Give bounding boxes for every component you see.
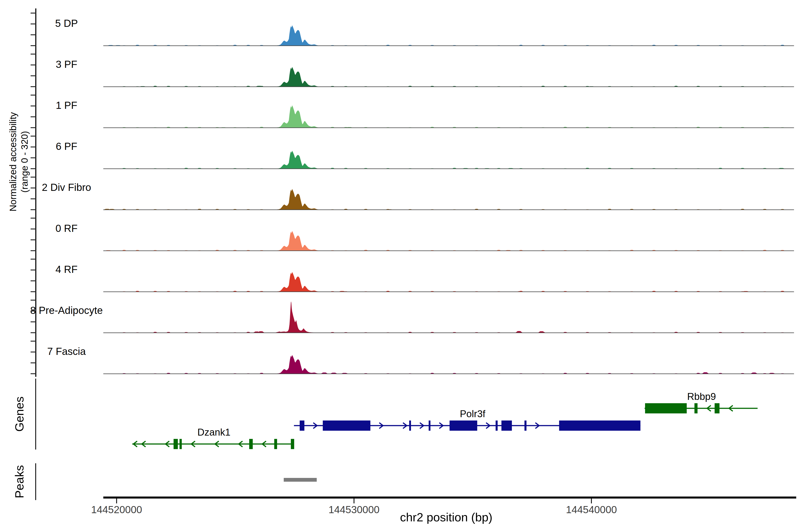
exon bbox=[559, 420, 640, 431]
y-axis-tick bbox=[31, 352, 36, 353]
y-axis-tick bbox=[31, 259, 36, 260]
track-baseline bbox=[103, 45, 794, 46]
y-axis-tick bbox=[31, 136, 36, 136]
track-label: 4 RF bbox=[55, 264, 78, 275]
x-axis-tick bbox=[591, 498, 592, 504]
track-baseline bbox=[103, 374, 794, 374]
gene-model-rbbp9: Rbbp9 bbox=[645, 391, 758, 413]
gene-model-polr3f: Polr3f bbox=[294, 408, 640, 431]
y-axis-tick bbox=[31, 23, 36, 24]
accessibility-tracks: 5 DP3 PF1 PF6 PF2 Div Fibro0 RF4 RF8 Pre… bbox=[30, 18, 794, 374]
gene-label: Polr3f bbox=[460, 408, 486, 419]
track-label: 5 DP bbox=[55, 18, 78, 29]
gene-body-line bbox=[132, 443, 293, 445]
exon bbox=[409, 420, 411, 431]
peaks-panel-label: Peaks bbox=[13, 465, 26, 498]
track-baseline bbox=[103, 250, 794, 251]
exon bbox=[645, 403, 687, 413]
y-axis-tick bbox=[31, 106, 36, 107]
gene-label: Dzank1 bbox=[197, 427, 230, 438]
genes-panel-bracket bbox=[35, 379, 36, 450]
exon bbox=[300, 420, 304, 431]
y-axis-tick bbox=[31, 168, 36, 169]
exon bbox=[174, 439, 178, 449]
y-axis-tick bbox=[31, 177, 36, 177]
y-axis-tick bbox=[31, 362, 36, 363]
peak-bar bbox=[284, 478, 317, 482]
noise-bump bbox=[515, 331, 522, 333]
y-axis-tick bbox=[31, 198, 36, 199]
exon bbox=[496, 420, 498, 431]
track-label: 7 Fascia bbox=[47, 346, 86, 357]
gene-label: Rbbp9 bbox=[687, 391, 716, 402]
genome-browser-figure: Normalized accessibility (range 0 - 320)… bbox=[0, 0, 798, 532]
y-axis-tick bbox=[31, 229, 36, 229]
accessibility-signal bbox=[276, 355, 321, 374]
track-baseline bbox=[103, 332, 794, 333]
y-axis-tick bbox=[31, 95, 36, 96]
accessibility-signal bbox=[276, 231, 321, 251]
x-axis-tick-label: 144530000 bbox=[328, 504, 380, 515]
exon bbox=[274, 439, 277, 449]
track-label: 8 Pre-Adipocyte bbox=[30, 305, 102, 316]
exon bbox=[179, 439, 182, 449]
exon bbox=[323, 420, 370, 431]
track-baseline bbox=[103, 169, 794, 169]
genome-browser-plot: Normalized accessibility (range 0 - 320)… bbox=[0, 0, 798, 532]
track-6-pf: 6 PF bbox=[56, 140, 794, 169]
y-axis-tick bbox=[31, 157, 36, 158]
y-axis-tick bbox=[31, 321, 36, 322]
track-8-pre-adipocyte: 8 Pre-Adipocyte bbox=[30, 301, 794, 333]
y-axis-tick bbox=[31, 332, 36, 333]
y-axis-tick bbox=[31, 13, 36, 14]
x-axis-title: chr2 position (bp) bbox=[400, 511, 492, 524]
y-axis-tick bbox=[31, 250, 36, 251]
accessibility-signal bbox=[276, 189, 321, 210]
exon bbox=[450, 420, 477, 431]
accessibility-signal bbox=[276, 272, 321, 292]
track-label: 2 Div Fibro bbox=[42, 182, 91, 193]
y-axis-tick bbox=[31, 341, 36, 342]
accessibility-signal bbox=[276, 105, 321, 128]
gene-model-dzank1: Dzank1 bbox=[132, 427, 294, 449]
y-axis-tick bbox=[31, 269, 36, 270]
x-axis-tick-label: 144520000 bbox=[91, 504, 142, 515]
track-label: 1 PF bbox=[56, 99, 77, 111]
accessibility-signal bbox=[276, 151, 321, 169]
y-axis-tick bbox=[31, 147, 36, 147]
x-axis-tick bbox=[354, 498, 355, 504]
track-2-div-fibro: 2 Div Fibro bbox=[42, 182, 794, 210]
track-label: 0 RF bbox=[55, 223, 78, 234]
y-axis-tick bbox=[31, 300, 36, 301]
exon bbox=[249, 439, 253, 449]
y-axis-tick bbox=[31, 188, 36, 188]
exon bbox=[695, 403, 698, 413]
track-0-rf: 0 RF bbox=[55, 223, 794, 251]
y-axis-tick bbox=[31, 86, 36, 87]
track-5-dp: 5 DP bbox=[55, 18, 794, 46]
track-label: 3 PF bbox=[56, 58, 77, 70]
track-baseline bbox=[103, 209, 794, 210]
y-axis-tick bbox=[31, 240, 36, 240]
y-axis-tick bbox=[31, 218, 36, 218]
y-axis-tick bbox=[31, 209, 36, 210]
x-axis-tick-label: 144540000 bbox=[566, 504, 617, 515]
exon bbox=[525, 420, 527, 431]
peak-calls bbox=[284, 478, 317, 482]
x-axis-ticks: 144520000144530000144540000 bbox=[91, 498, 617, 515]
track-1-pf: 1 PF bbox=[56, 99, 794, 128]
track-label: 6 PF bbox=[56, 140, 77, 152]
track-baseline bbox=[103, 87, 794, 87]
x-axis-tick bbox=[116, 498, 117, 504]
exon bbox=[291, 439, 294, 449]
x-axis-line bbox=[103, 496, 796, 498]
y-axis-tick bbox=[31, 54, 36, 55]
exon bbox=[429, 420, 431, 431]
y-axis-tick bbox=[31, 280, 36, 281]
y-axis-tick bbox=[31, 373, 36, 374]
exon bbox=[715, 403, 720, 413]
y-axis-tick bbox=[31, 64, 36, 65]
track-baseline bbox=[103, 291, 794, 292]
accessibility-signal bbox=[276, 25, 321, 46]
track-baseline bbox=[103, 128, 794, 128]
